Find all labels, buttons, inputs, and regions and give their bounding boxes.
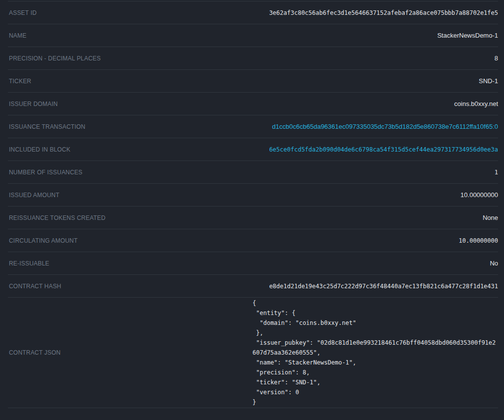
asset-id-value: 3e62af3c80c56ab6fec3d1e5646637152afebaf2… (252, 9, 498, 16)
number-of-issuances-label: NUMBER OF ISSUANCES (9, 169, 83, 176)
detail-row-reissuable: RE-ISSUABLE No (8, 252, 498, 275)
detail-row-issued-amount: ISSUED AMOUNT 10.00000000 (8, 184, 498, 207)
ticker-value: SND-1 (252, 77, 498, 85)
included-in-block-link[interactable]: 6e5ce0fcd5fda2b090d04de6c6798ca54f315d5c… (252, 146, 498, 153)
detail-row-contract-hash: CONTRACT HASH e8de1d21de19e43c25d7c222d9… (8, 275, 498, 298)
detail-row-ticker: TICKER SND-1 (8, 70, 498, 93)
issuer-domain-label: ISSUER DOMAIN (9, 101, 58, 107)
contract-hash-value: e8de1d21de19e43c25d7c222d97c36f48440a7ec… (252, 283, 498, 290)
asset-id-label: ASSET ID (9, 9, 37, 16)
name-value: StackerNewsDemo-1 (252, 32, 498, 39)
reissuance-tokens-value: None (252, 214, 498, 221)
reissuable-label: RE-ISSUABLE (9, 260, 50, 267)
detail-row-reissuance-tokens: REISSUANCE TOKENS CREATED None (8, 207, 498, 229)
asset-details-table: ASSET ID 3e62af3c80c56ab6fec3d1e56466371… (8, 1, 498, 408)
detail-row-asset-id: ASSET ID 3e62af3c80c56ab6fec3d1e56466371… (8, 1, 498, 24)
contract-hash-label: CONTRACT HASH (9, 283, 61, 290)
reissuance-tokens-label: REISSUANCE TOKENS CREATED (9, 214, 105, 221)
ticker-label: TICKER (9, 78, 31, 85)
detail-row-name: NAME StackerNewsDemo-1 (8, 24, 498, 47)
precision-value: 8 (252, 54, 498, 62)
included-in-block-label: INCLUDED IN BLOCK (9, 146, 70, 153)
contract-json-label: CONTRACT JSON (9, 349, 60, 356)
issued-amount-label: ISSUED AMOUNT (9, 192, 59, 199)
detail-row-number-of-issuances: NUMBER OF ISSUANCES 1 (8, 161, 498, 184)
precision-label: PRECISION - DECIMAL PLACES (9, 55, 101, 62)
circulating-amount-value: 10.00000000 (252, 237, 498, 244)
circulating-amount-label: CIRCULATING AMOUNT (9, 237, 78, 244)
issuance-transaction-link[interactable]: d1ccb0c6cb65da96361ec097335035dc73b5d182… (252, 123, 498, 130)
detail-row-included-in-block: INCLUDED IN BLOCK 6e5ce0fcd5fda2b090d04d… (8, 138, 498, 161)
reissuable-value: No (252, 260, 498, 267)
issued-amount-value: 10.00000000 (252, 191, 498, 199)
issuer-domain-value: coins.b0xxy.net (252, 100, 498, 107)
issuance-transaction-label: ISSUANCE TRANSACTION (9, 123, 85, 130)
detail-row-contract-json: CONTRACT JSON { "entity": { "domain": "c… (8, 298, 498, 408)
detail-row-issuer-domain: ISSUER DOMAIN coins.b0xxy.net (8, 93, 498, 115)
number-of-issuances-value: 1 (252, 169, 498, 176)
detail-row-precision: PRECISION - DECIMAL PLACES 8 (8, 47, 498, 70)
name-label: NAME (9, 32, 26, 39)
detail-row-circulating-amount: CIRCULATING AMOUNT 10.00000000 (8, 229, 498, 252)
contract-json-value: { "entity": { "domain": "coins.b0xxy.net… (252, 298, 498, 408)
detail-row-issuance-transaction: ISSUANCE TRANSACTION d1ccb0c6cb65da96361… (8, 115, 498, 138)
